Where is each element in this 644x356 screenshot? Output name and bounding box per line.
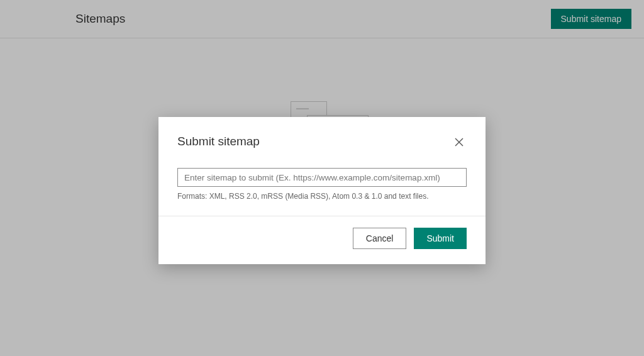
sitemap-url-input[interactable]: [177, 168, 467, 187]
submit-button[interactable]: Submit: [414, 228, 467, 249]
modal-footer: Cancel Submit: [158, 216, 486, 264]
close-icon: [454, 137, 464, 149]
modal-overlay: Submit sitemap Formats: XML, RSS 2.0, mR…: [0, 0, 644, 356]
modal-title: Submit sitemap: [177, 135, 260, 148]
cancel-button[interactable]: Cancel: [353, 228, 407, 249]
submit-sitemap-modal: Submit sitemap Formats: XML, RSS 2.0, mR…: [158, 117, 486, 264]
format-hint: Formats: XML, RSS 2.0, mRSS (Media RSS),…: [177, 192, 467, 201]
modal-header: Submit sitemap: [158, 117, 486, 163]
modal-body: Formats: XML, RSS 2.0, mRSS (Media RSS),…: [158, 163, 486, 216]
close-button[interactable]: [452, 135, 467, 152]
